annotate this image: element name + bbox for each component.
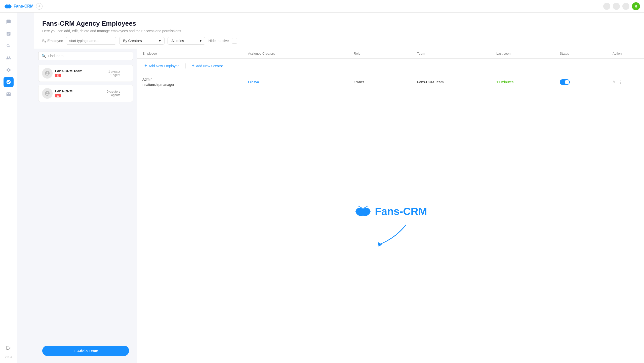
add-row: + Add New Employee + Add New Creator (137, 59, 644, 73)
more-options-icon[interactable]: ⋮ (618, 80, 622, 85)
add-employee-plus-icon: + (144, 63, 147, 68)
topbar-right: R (603, 2, 640, 10)
add-employee-label: Add New Employee (149, 64, 180, 68)
team-avatar-1 (42, 68, 53, 79)
table-header: Employee Assigned Creators Role Team Las… (137, 49, 644, 59)
svg-marker-0 (378, 242, 382, 247)
add-row-divider (185, 63, 186, 68)
filter-bar: By Employee By Creators ▾ All roles ▾ Hi… (34, 37, 644, 49)
sidebar: v11.4 (0, 0, 17, 363)
page-subtitle: Here you can add, edit, delete and manag… (42, 29, 636, 33)
add-new-employee-button[interactable]: + Add New Employee (142, 62, 181, 69)
team-item-2[interactable]: Fans-CRM $0 0 creators 0 agents ⋮ (38, 85, 133, 102)
hide-inactive-checkbox[interactable] (232, 38, 237, 44)
team-creators-2: 0 creators (107, 90, 120, 93)
body-split: 🔍 Fans-CRM Team $0 1 creator 1 agent ⋮ (34, 49, 644, 363)
col-employee: Employee (142, 52, 248, 55)
page-title: Fans-CRM Agency Employees (42, 20, 636, 27)
team-search-icon: 🔍 (42, 54, 46, 58)
user-avatar[interactable]: R (632, 2, 640, 10)
sidebar-item-analytics[interactable] (4, 29, 14, 39)
add-creator-plus-icon: + (192, 63, 194, 68)
employee-search-input[interactable] (66, 37, 116, 45)
team-more-menu-2[interactable]: ⋮ (123, 91, 129, 96)
team-info-1: Fans-CRM Team $0 (55, 69, 106, 78)
col-status: Status (560, 52, 613, 55)
teams-panel: 🔍 Fans-CRM Team $0 1 creator 1 agent ⋮ (34, 49, 137, 363)
team-name-2: Fans-CRM (55, 89, 104, 93)
last-seen-cell: 11 minutes (496, 80, 560, 84)
page-header: Fans-CRM Agency Employees Here you can a… (34, 13, 644, 37)
employee-name-line2: relationshipmanager (142, 82, 248, 87)
table-row: Admin relationshipmanager Olesya Owner F… (137, 73, 644, 91)
watermark-bird-icon (354, 205, 372, 217)
sidebar-item-settings[interactable] (4, 65, 14, 75)
team-agents-2: 0 agents (107, 93, 120, 97)
team-name-1: Fans-CRM Team (55, 69, 106, 73)
role-cell: Owner (354, 80, 417, 84)
logo-text: Fans-CRM (14, 4, 33, 9)
team-more-menu-1[interactable]: ⋮ (123, 70, 129, 76)
team-cell: Fans-CRM Team (417, 80, 496, 84)
add-team-label: Add a Team (77, 349, 98, 353)
sidebar-item-messages[interactable] (4, 89, 14, 99)
add-creator-label: Add New Creator (196, 64, 223, 68)
status-toggle-on[interactable] (560, 79, 570, 85)
action-cell: ✎ ⋮ (613, 80, 639, 85)
employee-name-line1: Admin (142, 77, 248, 82)
team-item[interactable]: Fans-CRM Team $0 1 creator 1 agent ⋮ (38, 65, 133, 82)
sidebar-item-employees[interactable] (4, 77, 14, 87)
version-label: v11.4 (5, 354, 12, 360)
team-agents-1: 1 agent (108, 73, 120, 77)
add-new-creator-button[interactable]: + Add New Creator (190, 62, 225, 69)
col-role: Role (354, 52, 417, 55)
window-control-3[interactable] (622, 3, 629, 10)
edit-icon[interactable]: ✎ (613, 80, 616, 85)
window-control-1[interactable] (603, 3, 610, 10)
by-creators-label: By Creators (123, 39, 157, 43)
team-search-box: 🔍 (38, 52, 133, 60)
hide-inactive-label: Hide Inactive (208, 39, 229, 43)
window-control-2[interactable] (613, 3, 620, 10)
team-badge-2: $0 (55, 94, 61, 97)
main-content: Fans-CRM Agency Employees Here you can a… (34, 13, 644, 363)
arrow-decoration (366, 223, 416, 249)
team-badge-1: $0 (55, 74, 61, 77)
add-team-button[interactable]: + Add a Team (42, 346, 129, 356)
logo-bird-icon (4, 4, 12, 9)
col-assigned-creators: Assigned Creators (248, 52, 354, 55)
status-toggle-cell[interactable] (560, 79, 613, 85)
team-search-input[interactable] (48, 54, 130, 58)
watermark-brand: Fans-CRM (375, 205, 427, 217)
all-roles-dropdown[interactable]: All roles ▾ (168, 37, 205, 45)
by-creators-chevron-icon: ▾ (159, 39, 161, 43)
sidebar-item-logout[interactable] (4, 343, 14, 353)
team-avatar-2 (42, 88, 53, 99)
team-stats-1: 1 creator 1 agent (108, 70, 120, 77)
team-info-2: Fans-CRM $0 (55, 89, 104, 98)
employee-name-cell: Admin relationshipmanager (142, 77, 248, 87)
col-action: Action (613, 52, 639, 55)
watermark-logo: Fans-CRM (354, 205, 427, 217)
logo: Fans-CRM (4, 4, 33, 9)
all-roles-chevron-icon: ▾ (200, 39, 202, 43)
col-team: Team (417, 52, 496, 55)
assigned-creator-cell: Olesya (248, 80, 354, 84)
team-creators-1: 1 creator (108, 70, 120, 73)
add-team-plus-icon: + (73, 349, 75, 353)
watermark-area: Fans-CRM (137, 91, 644, 363)
topbar: Fans-CRM + R (0, 0, 644, 13)
sidebar-item-chat[interactable] (4, 17, 14, 27)
by-employee-label: By Employee (42, 39, 63, 43)
sidebar-item-search[interactable] (4, 41, 14, 51)
add-tab-button[interactable]: + (36, 3, 43, 10)
by-creators-dropdown[interactable]: By Creators ▾ (119, 37, 165, 45)
col-last-seen: Last seen (496, 52, 560, 55)
sidebar-item-contacts[interactable] (4, 53, 14, 63)
team-stats-2: 0 creators 0 agents (107, 90, 120, 97)
all-roles-label: All roles (171, 39, 198, 43)
table-panel: Employee Assigned Creators Role Team Las… (137, 49, 644, 363)
